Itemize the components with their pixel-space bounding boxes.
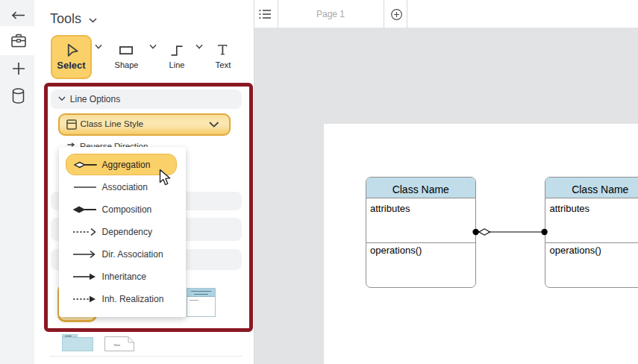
svg-text:Note: Note bbox=[114, 343, 121, 347]
